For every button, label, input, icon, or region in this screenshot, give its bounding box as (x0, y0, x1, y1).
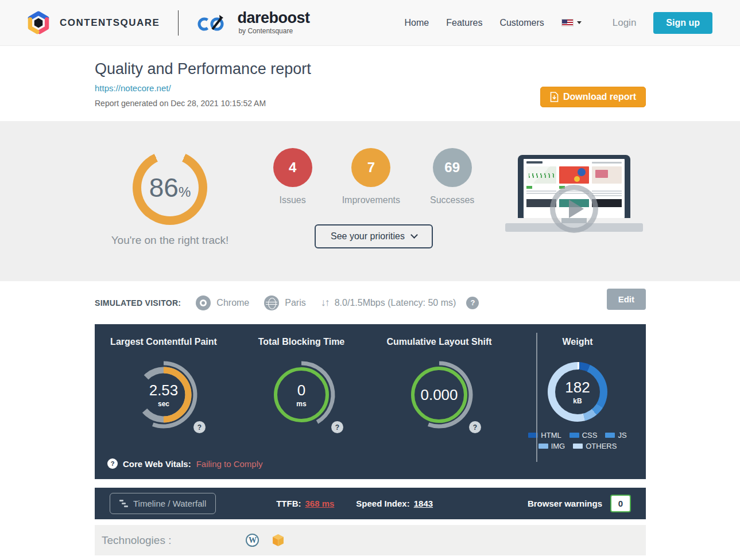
chevron-down-icon (410, 231, 418, 239)
cwv-help-icon[interactable]: ? (107, 458, 118, 469)
simulated-visitor-label: SIMULATED VISITOR: (95, 298, 181, 308)
package-cube-icon[interactable] (272, 534, 285, 547)
score-section: 86% You're on the right track! 4 Issues … (0, 121, 740, 281)
score-message: You're on the right track! (111, 234, 229, 247)
lcp-card: Largest Contentful Paint 2.53 sec ? (95, 324, 233, 479)
tbt-card: Total Blocking Time 0 ms ? (233, 324, 370, 479)
top-header: CONTENTSQUARE dareboost by Contentsquare… (0, 0, 740, 46)
lcp-value: 2.53 (149, 382, 179, 399)
visitor-location: Paris (264, 295, 305, 310)
successes-counter[interactable]: 69 Successes (430, 148, 474, 205)
improvements-circle: 7 (351, 148, 390, 187)
language-selector[interactable] (561, 19, 582, 26)
cls-gauge: 0.000 ? (396, 352, 482, 438)
edit-visitor-button[interactable]: Edit (607, 289, 646, 310)
weight-unit: kB (573, 397, 582, 405)
ttfb-stat: TTFB: 368 ms (276, 499, 334, 508)
visitor-browser: Chrome (196, 295, 249, 310)
contentsquare-logo-icon (28, 11, 49, 35)
score-donut-chart: 86% (133, 150, 207, 225)
down-up-arrows-icon: ↓↑ (321, 297, 329, 309)
header-nav: Home Features Customers Login Sign up (405, 12, 712, 34)
core-web-vitals-row: ? Core Web Vitals: Failing to Comply (107, 458, 263, 469)
legend-css: CSS (569, 431, 598, 440)
tbt-title: Total Blocking Time (258, 337, 345, 347)
cwv-status[interactable]: Failing to Comply (196, 459, 263, 469)
successes-label: Successes (430, 195, 474, 205)
nav-customers[interactable]: Customers (499, 18, 544, 28)
weight-donut-center: 182 kB (555, 370, 600, 414)
visitor-browser-label: Chrome (216, 298, 249, 308)
laptop-mockup (502, 155, 646, 232)
weight-card: Weight 182 kB HTML CSS JS IMG OTHERS (509, 324, 646, 479)
login-link[interactable]: Login (613, 17, 637, 29)
issues-counter[interactable]: 4 Issues (273, 148, 312, 205)
lcp-gauge: 2.53 sec ? (121, 352, 207, 438)
brand-logos: CONTENTSQUARE dareboost by Contentsquare (28, 10, 309, 36)
speed-index-value-link[interactable]: 1843 (414, 499, 433, 508)
improvements-label: Improvements (342, 195, 400, 205)
tbt-gauge: 0 ms ? (258, 352, 344, 438)
visitor-help-icon[interactable]: ? (466, 297, 479, 309)
issues-label: Issues (280, 195, 306, 205)
lcp-help-icon[interactable]: ? (193, 421, 206, 433)
score-text: 86% (149, 172, 191, 203)
technologies-bar: Technologies : W (95, 525, 646, 555)
tbt-help-icon[interactable]: ? (331, 421, 343, 433)
browser-warnings-label: Browser warnings (528, 499, 602, 508)
successes-circle: 69 (433, 148, 472, 187)
wordpress-icon[interactable]: W (246, 534, 259, 547)
weight-value: 182 (565, 379, 590, 396)
browser-warnings-group: Browser warnings 0 (528, 495, 631, 512)
play-button[interactable] (550, 185, 598, 233)
css-swatch (569, 433, 579, 438)
improvements-counter[interactable]: 7 Improvements (342, 148, 400, 205)
panel-divider (536, 333, 537, 462)
score-value: 86 (149, 173, 179, 203)
cls-help-icon[interactable]: ? (469, 421, 481, 433)
cwv-label: Core Web Vitals: (123, 459, 191, 469)
timing-stats: TTFB: 368 ms Speed Index: 1843 (276, 499, 433, 508)
legend-others: OTHERS (573, 442, 617, 450)
dareboost-wordmark: dareboost (237, 10, 309, 26)
cls-value: 0.000 (420, 386, 458, 404)
dareboost-byline: by Contentsquare (237, 27, 309, 35)
weight-donut-chart: 182 kB (548, 362, 607, 422)
others-swatch (573, 444, 583, 449)
speed-index-label: Speed Index: (356, 499, 409, 508)
ttfb-value-link[interactable]: 368 ms (305, 499, 334, 508)
play-icon (569, 200, 584, 218)
legend-html: HTML (528, 431, 561, 440)
page-title: Quality and Performance report (95, 46, 646, 78)
visitor-location-label: Paris (285, 298, 305, 308)
pdf-download-icon (550, 92, 559, 102)
js-swatch (605, 433, 615, 438)
see-priorities-button[interactable]: See your priorities (315, 224, 433, 248)
caret-down-icon (577, 21, 582, 24)
chrome-icon (196, 295, 211, 310)
global-score-block: 86% You're on the right track! (95, 121, 245, 281)
dareboost-logo-icon (197, 13, 227, 33)
legend-img: IMG (538, 442, 565, 450)
timeline-waterfall-button[interactable]: Timeline / Waterfall (110, 493, 216, 514)
web-vitals-panel: Largest Contentful Paint 2.53 sec ? Tota… (95, 324, 646, 479)
nav-home[interactable]: Home (405, 18, 429, 28)
nav-features[interactable]: Features (446, 18, 482, 28)
simulated-visitor-row: SIMULATED VISITOR: Chrome Paris ↓↑ 8.0/1… (0, 281, 740, 324)
technology-icons: W (246, 534, 285, 547)
timeline-stats-bar: Timeline / Waterfall TTFB: 368 ms Speed … (95, 488, 646, 519)
browser-warnings-badge[interactable]: 0 (610, 495, 631, 512)
report-url-link[interactable]: https://notecore.net/ (95, 83, 171, 93)
issues-circle: 4 (273, 148, 312, 187)
dareboost-wordmark-group[interactable]: dareboost by Contentsquare (237, 10, 309, 35)
us-flag-icon (561, 19, 574, 26)
signup-button[interactable]: Sign up (653, 12, 712, 34)
video-preview-block (502, 121, 646, 281)
timeline-waterfall-label: Timeline / Waterfall (133, 499, 206, 508)
download-report-button[interactable]: Download report (540, 87, 646, 107)
tbt-unit: ms (296, 400, 306, 408)
report-title-section: Quality and Performance report https://n… (0, 46, 740, 121)
score-counters-block: 4 Issues 7 Improvements 69 Successes See… (245, 121, 502, 281)
contentsquare-wordmark[interactable]: CONTENTSQUARE (60, 17, 160, 29)
see-priorities-label: See your priorities (331, 231, 405, 242)
